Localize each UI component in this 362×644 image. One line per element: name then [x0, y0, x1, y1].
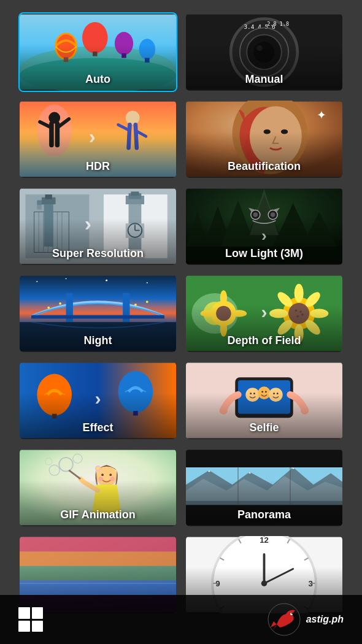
svg-point-179 [291, 613, 293, 614]
tile-super-resolution-label: Super Resolution [20, 247, 176, 260]
tile-beautification[interactable]: ✦ Beautification [185, 99, 344, 179]
tile-effect-label: Effect [20, 421, 176, 434]
tile-night[interactable]: Night [18, 274, 177, 353]
tile-manual-label: Manual [186, 73, 342, 86]
tile-panorama[interactable]: Panorama [185, 448, 344, 527]
grid-icon[interactable] [18, 607, 43, 632]
tile-gif-animation-label: GIF Animation [20, 508, 176, 521]
tile-manual[interactable]: 3.4 4 5.6 2.8 1.8 50mm Manual [185, 12, 344, 92]
tile-super-resolution[interactable]: › Super Resolution [18, 186, 177, 266]
grid-cell-4 [32, 621, 44, 632]
grid-cell-3 [18, 621, 30, 632]
tile-panorama-label: Panorama [186, 508, 342, 521]
mode-grid: Auto 3.4 4 5.6 2.8 [18, 12, 344, 615]
tile-selfie-label: Selfie [186, 421, 342, 434]
grid-cell-1 [18, 607, 30, 619]
tile-depth-of-field-label: Depth of Field [186, 334, 342, 347]
tile-hdr-label: HDR [20, 160, 176, 173]
tile-auto[interactable]: Auto [18, 12, 177, 92]
tile-gif-animation[interactable]: GIF Animation [18, 448, 177, 527]
grid-cell-2 [32, 607, 44, 619]
tile-low-light-label: Low Light (3M) [186, 247, 342, 260]
tile-hdr[interactable]: › HDR [18, 99, 177, 179]
tile-selfie[interactable]: Selfie [185, 361, 344, 440]
tile-beautification-label: Beautification [186, 160, 342, 173]
tile-night-label: Night [20, 334, 176, 347]
tile-depth-of-field[interactable]: › Depth of Field [185, 274, 344, 353]
tile-low-light[interactable]: › Low Light (3M) [185, 186, 344, 266]
tile-effect[interactable]: › Effect [18, 361, 177, 440]
logo-text: astig.ph [306, 614, 344, 625]
logo-area: astig.ph [268, 603, 344, 637]
bottom-bar: astig.ph [0, 595, 362, 644]
tile-auto-label: Auto [20, 73, 176, 86]
logo-bird-icon [268, 603, 301, 637]
